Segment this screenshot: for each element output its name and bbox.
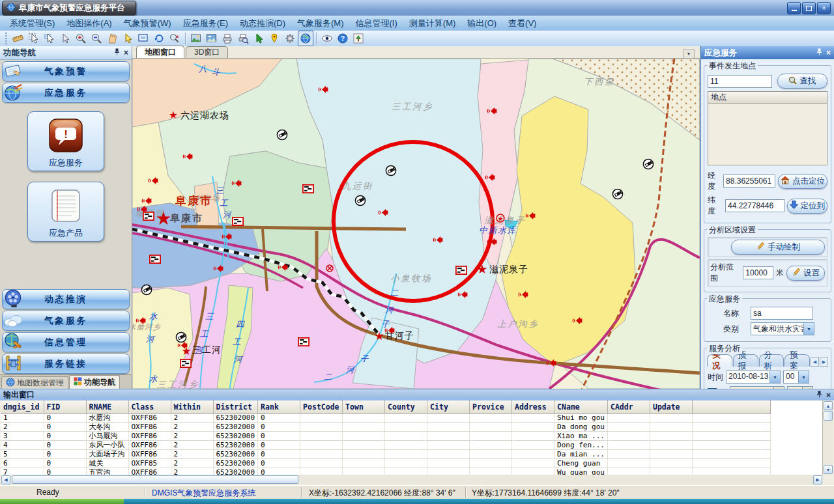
set-range-button[interactable]: 设置 xyxy=(786,266,825,281)
sidebar-group[interactable]: 信息管理 xyxy=(2,332,130,352)
scroll-right-icon[interactable]: ▶ xyxy=(813,475,822,484)
flag-icon[interactable] xyxy=(233,217,243,225)
menu-item[interactable]: 地图操作(A) xyxy=(61,16,117,31)
printer-icon[interactable] xyxy=(220,31,235,46)
sidebar-group[interactable]: 动态推演 xyxy=(2,289,130,309)
column-header[interactable]: Provice xyxy=(470,400,512,413)
minimize-button[interactable] xyxy=(787,2,801,14)
scroll-thumb[interactable] xyxy=(824,411,833,421)
column-header[interactable]: PostCode xyxy=(300,400,343,413)
analysis-tab[interactable]: 分析 xyxy=(759,354,784,367)
menu-item[interactable]: 动态推演(D) xyxy=(234,16,291,31)
scroll-down-icon[interactable]: ▼ xyxy=(824,465,833,474)
close-icon[interactable]: × xyxy=(826,48,831,57)
print-preview-icon[interactable] xyxy=(235,31,251,46)
scroll-left-icon[interactable]: ◀ xyxy=(1,475,10,484)
flag-icon[interactable] xyxy=(180,359,191,367)
column-header[interactable]: CAddr xyxy=(607,400,650,413)
column-header[interactable]: Within xyxy=(171,400,213,413)
menu-item[interactable]: 查看(V) xyxy=(502,16,542,31)
horizontal-scrollbar[interactable]: ◀ ▶ xyxy=(1,475,823,484)
column-header[interactable]: Class xyxy=(128,400,171,413)
table-row[interactable]: 20大冬沟OXFF8626523020000Da dong gou xyxy=(1,423,770,432)
sidebar-tab[interactable]: 地图数据管理 xyxy=(1,376,68,389)
column-header[interactable]: City xyxy=(427,400,470,413)
shortcut-button[interactable]: !应急服务 xyxy=(27,111,104,171)
column-header[interactable]: District xyxy=(213,400,258,413)
hour-dropdown[interactable]: 00▼ xyxy=(783,371,809,384)
select-arrow-icon[interactable] xyxy=(57,31,73,46)
locate-to-button[interactable]: 定位到 xyxy=(787,199,828,214)
globe-icon[interactable] xyxy=(298,31,313,46)
flag-icon[interactable] xyxy=(143,212,154,220)
vertical-scrollbar[interactable]: ▲ ▼ xyxy=(822,400,833,475)
close-icon[interactable]: × xyxy=(124,48,128,57)
pin-icon[interactable] xyxy=(816,391,822,400)
place-list[interactable] xyxy=(708,103,827,165)
select-dashed-icon[interactable] xyxy=(26,31,42,46)
scroll-thumb[interactable] xyxy=(12,475,298,484)
table-row[interactable]: 60城关OXFF8526523020000Cheng guan xyxy=(1,459,770,468)
latitude-input[interactable]: 44.22778446 xyxy=(725,199,784,212)
analysis-tab[interactable]: 预报 xyxy=(733,354,758,367)
scene-image-icon[interactable] xyxy=(204,31,220,46)
longitude-input[interactable]: 88.36255061 xyxy=(723,175,775,188)
camera-icon[interactable] xyxy=(386,165,395,175)
menu-item[interactable]: 信息管理(I) xyxy=(350,16,403,31)
table-row[interactable]: 70五官沟OXFF8626523020000Wu guan gou xyxy=(1,468,770,475)
zoom-in-icon[interactable] xyxy=(73,31,89,46)
restore-button[interactable] xyxy=(802,2,816,14)
pin-icon[interactable] xyxy=(114,48,120,57)
column-header[interactable]: RNAME xyxy=(86,400,128,413)
chevron-down-icon[interactable]: ▼ xyxy=(683,49,695,59)
help-icon[interactable]: ? xyxy=(335,31,351,46)
manual-draw-button[interactable]: 手动绘制 xyxy=(731,240,825,255)
map-canvas[interactable]: 三工河乡下西泉九运街城关镇种羊场滋泥泉子小泉牧场上户沟乡三工河乡水磨河乡阜康市阜… xyxy=(132,59,700,389)
analysis-tab[interactable]: 预案 xyxy=(784,354,810,367)
scroll-up-icon[interactable]: ▲ xyxy=(824,401,833,410)
shortcut-button[interactable]: 应急产品 xyxy=(27,182,104,242)
sidebar-tab[interactable]: 功能导航 xyxy=(69,375,120,389)
camera-icon[interactable] xyxy=(141,285,151,294)
sidebar-group[interactable]: 气象预警 xyxy=(2,61,130,81)
flag-icon[interactable] xyxy=(150,255,160,263)
close-button[interactable]: × xyxy=(817,2,831,14)
refresh-icon[interactable] xyxy=(151,31,167,46)
pan-hand-icon[interactable] xyxy=(104,31,120,46)
eye-icon[interactable] xyxy=(319,31,335,46)
flag-icon[interactable] xyxy=(298,338,309,346)
camera-icon[interactable] xyxy=(355,195,365,205)
zoom-scale-icon[interactable]: ± xyxy=(167,31,182,46)
toolbar-grip[interactable] xyxy=(5,33,7,44)
pin-icon[interactable] xyxy=(816,48,822,57)
menu-item[interactable]: 测量计算(M) xyxy=(403,16,462,31)
table-row[interactable]: 30小马厩沟OXFF8626523020000Xiao ma ... xyxy=(1,432,770,441)
table-row[interactable]: 10水磨沟OXFF8626523020000Shui mo gou xyxy=(1,413,770,423)
gear-icon[interactable] xyxy=(282,31,298,46)
sidebar-group[interactable]: 服务链接 xyxy=(2,354,130,374)
menu-item[interactable]: 应急服务(E) xyxy=(177,16,234,31)
column-header[interactable]: County xyxy=(385,400,427,413)
location-search-input[interactable]: 11 xyxy=(708,75,772,88)
measure-ruler-icon[interactable] xyxy=(10,31,26,46)
camera-icon[interactable] xyxy=(277,130,287,139)
placemark-icon[interactable] xyxy=(266,31,282,46)
map-image-icon[interactable] xyxy=(188,31,204,46)
select-rect-icon[interactable] xyxy=(42,31,57,46)
column-header[interactable]: Update xyxy=(650,400,692,413)
zoom-out-icon[interactable] xyxy=(89,31,104,46)
column-header[interactable]: dmgis_id xyxy=(1,400,44,413)
column-header[interactable]: Address xyxy=(512,400,554,413)
tab-scroll-right-icon[interactable]: ▶ xyxy=(820,357,828,367)
flag-icon[interactable] xyxy=(303,185,313,193)
tree-export-icon[interactable] xyxy=(351,31,366,46)
close-icon[interactable]: × xyxy=(826,391,831,400)
menu-item[interactable]: 系统管理(S) xyxy=(4,16,61,31)
table-row[interactable]: 50大面场子沟OXFF8626523020000Da mian ... xyxy=(1,450,770,459)
map-tab[interactable]: 3D窗口 xyxy=(186,46,228,58)
pointer-icon[interactable] xyxy=(120,31,136,46)
find-button[interactable]: 查找 xyxy=(777,74,827,89)
place-list-header[interactable]: 地点 xyxy=(708,91,827,103)
menu-item[interactable]: 气象预警(W) xyxy=(118,16,177,31)
column-header[interactable]: Rank xyxy=(258,400,300,413)
